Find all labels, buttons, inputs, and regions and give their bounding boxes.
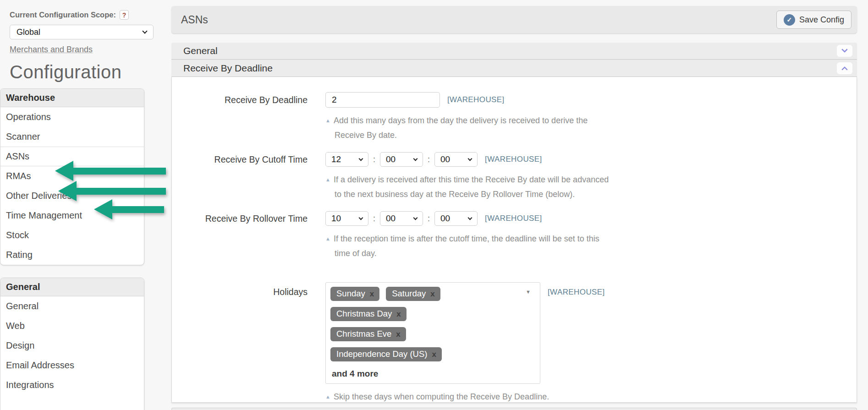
partial-next-section-bar[interactable] <box>171 408 857 410</box>
time-colon: : <box>373 155 375 164</box>
expand-section-button[interactable] <box>837 45 852 57</box>
scope-select-value: Global <box>16 27 40 37</box>
scope-select[interactable]: Global <box>10 25 154 39</box>
triangle-up-icon: ▲ <box>325 394 330 399</box>
triangle-up-icon: ▲ <box>325 177 330 182</box>
scope-tag-warehouse: [WAREHOUSE] <box>447 95 505 104</box>
holiday-tag: Christmas Evex <box>330 327 406 341</box>
field-row-receive-by-cutoff-time: Receive By Cutoff Time 12 : 00 : 00 [WAR… <box>172 152 857 167</box>
holidays-multiselect[interactable]: ▼ Sundayx Saturdayx Christmas Dayx <box>325 282 540 384</box>
remove-tag-icon[interactable]: x <box>396 330 400 338</box>
arrow-head-icon <box>94 199 112 219</box>
scope-label: Current Configuration Scope: ? <box>10 10 154 20</box>
chevron-down-icon <box>359 215 363 220</box>
field-row-receive-by-rollover-time: Receive By Rollover Time 10 : 00 : 00 [W… <box>172 211 857 226</box>
sidebar-item-scanner[interactable]: Scanner <box>0 127 144 147</box>
chevron-down-icon <box>841 46 848 53</box>
cutoff-minute-select[interactable]: 00 <box>380 152 423 167</box>
holiday-tag: Christmas Dayx <box>330 307 407 321</box>
general-panel-title: General <box>0 278 144 296</box>
merchants-and-brands-link[interactable]: Merchants and Brands <box>10 45 93 55</box>
sidebar-item-integrations[interactable]: Integrations <box>0 375 144 395</box>
field-row-receive-by-deadline: Receive By Deadline [WAREHOUSE] <box>172 92 857 108</box>
field-label: Receive By Rollover Time <box>172 213 308 224</box>
scope-tag-warehouse: [WAREHOUSE] <box>485 214 542 223</box>
chevron-down-icon <box>468 215 472 220</box>
chevron-up-icon <box>841 66 848 73</box>
field-help-text: ▲Skip these days when computing the Rece… <box>325 390 619 405</box>
cutoff-second-select[interactable]: 00 <box>434 152 478 167</box>
field-label: Receive By Cutoff Time <box>172 154 308 165</box>
triangle-up-icon: ▲ <box>325 236 330 241</box>
scope-tag-warehouse: [WAREHOUSE] <box>548 282 605 297</box>
general-panel: General General Web Design Email Address… <box>0 278 144 410</box>
triangle-up-icon: ▲ <box>325 118 330 123</box>
config-sidebar: Current Configuration Scope: ? Global Me… <box>10 10 154 82</box>
sidebar-item-operations[interactable]: Operations <box>0 107 144 127</box>
field-row-holidays: Holidays ▼ Sundayx Saturdayx Christmas D… <box>172 282 857 384</box>
rollover-minute-select[interactable]: 00 <box>380 211 423 226</box>
sidebar-item-stock[interactable]: Stock <box>0 225 144 245</box>
field-help-text: ▲Add this many days from the day the del… <box>325 114 619 142</box>
field-label: Receive By Deadline <box>172 95 308 105</box>
sidebar-item-design[interactable]: Design <box>0 336 144 355</box>
chevron-down-icon <box>359 156 363 161</box>
arrow-head-icon <box>58 181 77 201</box>
chevron-down-icon <box>142 28 147 33</box>
receive-by-deadline-input[interactable] <box>325 92 440 108</box>
rollover-hour-select[interactable]: 10 <box>325 211 368 226</box>
time-colon: : <box>373 214 375 224</box>
remove-tag-icon[interactable]: x <box>432 350 436 358</box>
sidebar-item-email-addresses[interactable]: Email Addresses <box>0 355 144 375</box>
chevron-down-icon <box>468 156 472 161</box>
sidebar-item-general[interactable]: General <box>0 296 144 316</box>
receive-by-deadline-section-body: Receive By Deadline [WAREHOUSE] ▲Add thi… <box>171 77 857 403</box>
holiday-tag: Sundayx <box>330 287 379 301</box>
field-help-text: ▲If a delivery is received after this ti… <box>325 173 619 201</box>
dropdown-caret-icon[interactable]: ▼ <box>526 289 531 295</box>
main-header: ASNs ✓ Save Config <box>171 6 857 33</box>
remove-tag-icon[interactable]: x <box>430 290 434 298</box>
chevron-down-icon <box>413 215 418 220</box>
holiday-tag: Saturdayx <box>386 287 440 301</box>
check-circle-icon: ✓ <box>784 14 795 26</box>
annotation-arrow-rmas <box>58 181 166 201</box>
remove-tag-icon[interactable]: x <box>370 290 374 298</box>
cutoff-hour-select[interactable]: 12 <box>325 152 368 167</box>
scope-tag-warehouse: [WAREHOUSE] <box>485 155 542 164</box>
section-title-receive-by-deadline: Receive By Deadline <box>183 63 273 74</box>
time-colon: : <box>428 214 430 224</box>
section-bar-general[interactable]: General <box>171 43 857 60</box>
holiday-tag: Independence Day (US)x <box>330 347 442 361</box>
field-label: Holidays <box>172 282 308 297</box>
help-icon[interactable]: ? <box>120 10 129 20</box>
annotation-arrow-other-deliveries <box>94 199 164 219</box>
sidebar-item-rating[interactable]: Rating <box>0 245 144 265</box>
page-title: Configuration <box>10 62 154 82</box>
scope-label-text: Current Configuration Scope: <box>10 11 116 19</box>
arrow-head-icon <box>55 161 73 181</box>
more-holidays-text: and 4 more <box>332 369 522 379</box>
annotation-arrow-asns <box>55 161 166 181</box>
rollover-second-select[interactable]: 00 <box>434 211 478 226</box>
section-bar-receive-by-deadline[interactable]: Receive By Deadline <box>171 60 857 77</box>
section-title-general: General <box>183 45 218 56</box>
chevron-down-icon <box>413 156 418 161</box>
remove-tag-icon[interactable]: x <box>396 310 401 318</box>
main-title: ASNs <box>181 14 208 26</box>
time-colon: : <box>428 155 430 164</box>
save-config-button[interactable]: ✓ Save Config <box>776 11 852 29</box>
collapse-section-button[interactable] <box>837 62 852 74</box>
field-help-text: ▲If the reception time is after the cuto… <box>325 232 619 260</box>
sidebar-item-web[interactable]: Web <box>0 316 144 336</box>
save-config-label: Save Config <box>799 15 844 25</box>
warehouse-panel-title: Warehouse <box>0 89 144 107</box>
